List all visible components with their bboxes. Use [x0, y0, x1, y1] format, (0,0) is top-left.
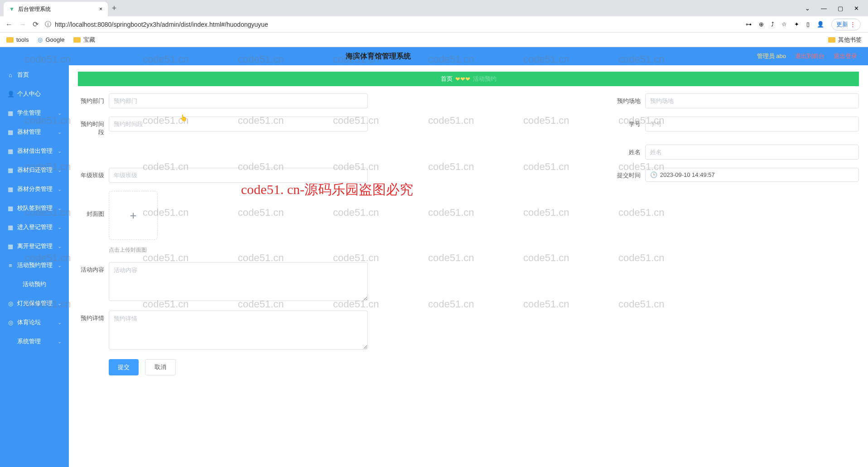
sidebar-label: 系统管理	[17, 337, 41, 345]
sidebar-label: 首页	[17, 71, 29, 79]
bookmark-treasure[interactable]: 宝藏	[73, 36, 95, 44]
folder-icon	[6, 37, 14, 43]
globe-icon: ⓘ	[45, 20, 51, 29]
sidebar-item-3[interactable]: ▦器材管理⌄	[0, 122, 69, 141]
header-back-link[interactable]: 退出到前台	[795, 52, 825, 60]
cover-label: 封面图	[78, 191, 104, 218]
window-controls: ⌄ ― ▢ ✕	[805, 5, 868, 12]
chevron-down-icon: ⌄	[58, 243, 62, 249]
cancel-button[interactable]: 取消	[145, 359, 176, 375]
sidebar-label: 器材分类管理	[17, 185, 53, 193]
content-textarea[interactable]	[109, 262, 368, 301]
form: 预约部门 预约场地 预约时间段 学号	[78, 86, 859, 383]
sidebar-item-12[interactable]: ◎灯光保修管理⌄	[0, 294, 69, 313]
sidebar-label: 离开登记管理	[17, 242, 53, 250]
breadcrumb-home[interactable]: 首页	[441, 75, 453, 83]
sidebar-item-5[interactable]: ▦器材归还管理⌄	[0, 161, 69, 180]
sidebar-item-9[interactable]: ▦离开登记管理⌄	[0, 237, 69, 256]
time-label: 预约时间段	[78, 117, 104, 136]
sidebar-label: 体育论坛	[17, 318, 41, 326]
cursor-icon: 👆	[179, 114, 187, 122]
sidebar-item-14[interactable]: 系统管理⌄	[0, 332, 69, 351]
bookmark-google[interactable]: ◎Google	[38, 36, 64, 43]
reload-icon[interactable]: ⟳	[33, 20, 39, 29]
sidebar-item-4[interactable]: ▦器材借出管理⌄	[0, 141, 69, 161]
maximize-icon[interactable]: ▢	[838, 5, 843, 12]
share-icon[interactable]: ⤴	[771, 21, 774, 28]
sidebar-item-8[interactable]: ▦进入登记管理⌄	[0, 218, 69, 237]
zoom-icon[interactable]: ⊕	[759, 21, 764, 28]
page-title: 海滨体育馆管理系统	[0, 52, 757, 61]
submit-button[interactable]: 提交	[109, 359, 139, 375]
browser-tab[interactable]: ▼ 后台管理系统 ×	[4, 2, 108, 16]
vue-icon: ▼	[9, 6, 14, 12]
sidebar-item-11[interactable]: 活动预约	[0, 275, 69, 294]
submittime-input[interactable]: 🕒 2023-09-10 14:49:57	[645, 168, 859, 182]
bookmark-tools[interactable]: tools	[6, 36, 29, 43]
venue-label: 预约场地	[614, 93, 641, 105]
sidebar-label: 活动预约管理	[17, 261, 53, 269]
sidebar-item-13[interactable]: ◎体育论坛⌄	[0, 313, 69, 332]
venue-input[interactable]	[645, 93, 859, 108]
browser-nav: ← → ⟳ ⓘ http://localhost:8080/springboot…	[0, 16, 868, 33]
menu-dots-icon: ⋮	[850, 21, 856, 28]
new-tab-button[interactable]: +	[108, 4, 121, 13]
header-logout-link[interactable]: 退出登录	[834, 52, 857, 60]
sidebar-label: 个人中心	[17, 90, 41, 98]
back-icon[interactable]: ←	[5, 20, 13, 29]
app-header: 海滨体育馆管理系统 管理员 abo 退出到前台 退出登录	[0, 47, 868, 65]
chevron-down-icon[interactable]: ⌄	[805, 5, 810, 12]
sidebar-item-1[interactable]: 👤个人中心	[0, 84, 69, 103]
sidebar-icon: ▦	[7, 110, 14, 117]
star-icon[interactable]: ☆	[781, 21, 787, 28]
chevron-down-icon: ⌄	[58, 129, 62, 135]
sid-input[interactable]	[645, 117, 859, 131]
sidebar-item-10[interactable]: ≡活动预约管理⌄	[0, 256, 69, 275]
sidebar-icon: ≡	[7, 262, 14, 269]
bookmark-other[interactable]: 其他书签	[828, 36, 862, 44]
sidebar-icon: ▦	[7, 224, 14, 231]
sidebar-label: 进入登记管理	[17, 223, 53, 231]
sidebar-icon: ▦	[7, 186, 14, 193]
google-icon: ◎	[38, 36, 43, 43]
panel-icon[interactable]: ▯	[806, 21, 810, 28]
folder-icon	[828, 37, 835, 43]
sidebar-icon: ⌂	[7, 72, 14, 78]
chevron-down-icon: ⌄	[58, 320, 62, 326]
update-button[interactable]: 更新 ⋮	[831, 19, 861, 30]
chevron-down-icon: ⌄	[58, 301, 62, 306]
forward-icon[interactable]: →	[19, 20, 26, 29]
folder-icon	[73, 37, 81, 43]
name-input[interactable]	[645, 145, 859, 160]
upload-cover[interactable]: +	[109, 191, 158, 240]
chevron-down-icon: ⌄	[58, 224, 62, 230]
breadcrumb: 首页 ❤❤❤ 活动预约	[78, 72, 859, 86]
sidebar-item-7[interactable]: ▦校队签到管理⌄	[0, 199, 69, 218]
detail-textarea[interactable]	[109, 311, 368, 350]
dept-input[interactable]	[109, 93, 368, 108]
time-input[interactable]	[109, 117, 368, 131]
sidebar-item-2[interactable]: ▦学生管理⌄	[0, 103, 69, 122]
hearts-icon: ❤❤❤	[455, 76, 470, 83]
close-window-icon[interactable]: ✕	[854, 5, 859, 12]
sidebar-label: 活动预约	[23, 280, 46, 288]
key-icon[interactable]: ⊶	[746, 21, 752, 28]
tab-title: 后台管理系统	[18, 5, 51, 13]
sidebar-icon: ▦	[7, 129, 14, 136]
sidebar-item-6[interactable]: ▦器材分类管理⌄	[0, 180, 69, 199]
extension-icon[interactable]: ✦	[794, 21, 799, 28]
minimize-icon[interactable]: ―	[821, 5, 827, 12]
sidebar-item-0[interactable]: ⌂首页	[0, 65, 69, 84]
sidebar-label: 学生管理	[17, 109, 41, 117]
sidebar-icon: ▦	[7, 167, 14, 174]
close-icon[interactable]: ×	[99, 6, 102, 12]
profile-icon[interactable]: 👤	[817, 21, 824, 28]
url-bar[interactable]: ⓘ http://localhost:8080/springboot2yx3h/…	[45, 20, 739, 29]
name-label: 姓名	[614, 145, 641, 156]
detail-label: 预约详情	[78, 311, 104, 322]
breadcrumb-sub: 活动预约	[473, 75, 497, 83]
class-input[interactable]	[109, 168, 368, 183]
browser-tab-strip: ▼ 后台管理系统 × + ⌄ ― ▢ ✕	[0, 0, 868, 16]
header-user[interactable]: 管理员 abo	[757, 52, 786, 60]
chevron-down-icon: ⌄	[58, 263, 62, 268]
